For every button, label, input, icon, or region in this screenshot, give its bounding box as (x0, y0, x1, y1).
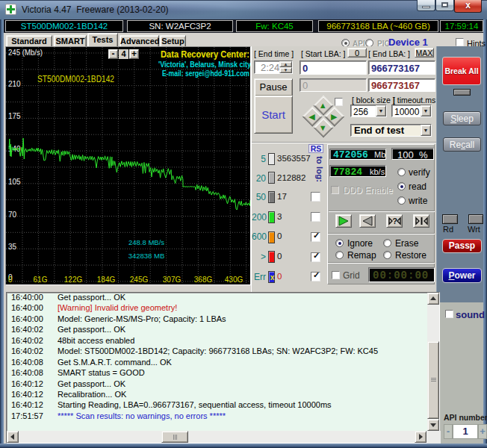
svg-text:430G: 430G (225, 276, 244, 284)
svg-text:E-mail: sergei@hdd-911.com: E-mail: sergei@hdd-911.com (162, 69, 249, 78)
svg-text:122G: 122G (64, 276, 83, 284)
svg-text:?: ? (392, 217, 397, 225)
svg-text:ST500DM002-1BD142: ST500DM002-1BD142 (37, 74, 114, 84)
svg-text:245G: 245G (130, 276, 149, 284)
svg-text:248.8 MB/s: 248.8 MB/s (128, 238, 164, 246)
svg-text:245 (Mb/s): 245 (Mb/s) (8, 49, 43, 57)
svg-text:'Victoria', Belarus, Minsk cit: 'Victoria', Belarus, Minsk city (158, 60, 250, 69)
svg-text:70: 70 (8, 211, 17, 219)
svg-text:0: 0 (8, 276, 13, 284)
svg-text:342838 MB: 342838 MB (128, 252, 165, 260)
svg-text:175: 175 (8, 112, 21, 120)
svg-text:368G: 368G (194, 276, 213, 284)
svg-text:61G: 61G (34, 276, 48, 284)
svg-text:Data Recovery Center:: Data Recovery Center: (161, 49, 249, 60)
svg-text:105: 105 (8, 178, 21, 186)
svg-text:307G: 307G (163, 276, 182, 284)
svg-text:35: 35 (8, 243, 17, 251)
svg-text:184G: 184G (97, 276, 116, 284)
svg-text:210: 210 (8, 80, 21, 88)
